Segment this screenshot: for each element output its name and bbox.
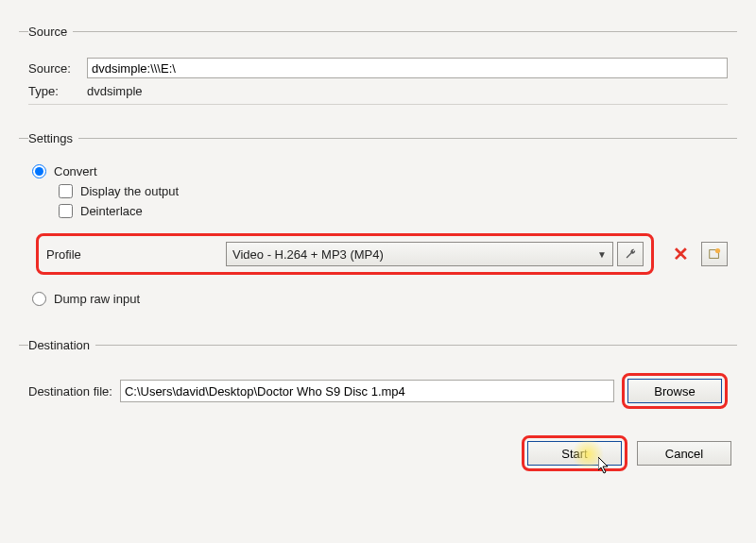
- source-input[interactable]: [87, 58, 728, 78]
- type-value: dvdsimple: [87, 84, 143, 98]
- new-profile-icon: [708, 247, 721, 261]
- profile-label: Profile: [46, 247, 226, 262]
- settings-legend: Settings: [28, 131, 78, 145]
- profile-combobox[interactable]: Video - H.264 + MP3 (MP4) ▼: [226, 242, 613, 266]
- chevron-down-icon: ▼: [597, 249, 607, 260]
- destination-row: Destination file: Browse: [28, 373, 728, 409]
- convert-radio-row: Convert: [32, 164, 728, 178]
- deinterlace-checkbox[interactable]: [59, 204, 73, 218]
- settings-group: Settings Convert Display the output Dein…: [19, 131, 737, 321]
- profile-new-button[interactable]: [701, 242, 728, 266]
- display-output-label: Display the output: [80, 184, 179, 198]
- source-row: Source:: [28, 58, 728, 78]
- close-icon: ✕: [673, 243, 689, 265]
- dump-raw-radio[interactable]: [32, 292, 46, 306]
- convert-options: Display the output Deinterlace: [55, 184, 728, 218]
- wrench-icon: [624, 247, 637, 261]
- browse-highlight: Browse: [622, 373, 728, 409]
- dialog-button-bar: Start Cancel: [19, 435, 737, 471]
- divider: [28, 104, 728, 105]
- start-button[interactable]: Start: [527, 441, 622, 466]
- destination-input[interactable]: [120, 380, 614, 402]
- deinterlace-row: Deinterlace: [59, 204, 728, 218]
- start-highlight: Start: [522, 435, 627, 471]
- source-label: Source:: [28, 61, 87, 76]
- display-output-row: Display the output: [59, 184, 728, 198]
- source-legend: Source: [28, 25, 73, 39]
- browse-button[interactable]: Browse: [627, 379, 722, 403]
- profile-highlight: Profile Video - H.264 + MP3 (MP4) ▼: [36, 233, 654, 275]
- type-label: Type:: [28, 84, 87, 98]
- deinterlace-label: Deinterlace: [80, 204, 143, 218]
- profile-delete-button[interactable]: ✕: [667, 242, 694, 266]
- profile-row: Profile Video - H.264 + MP3 (MP4) ▼ ✕: [36, 233, 728, 275]
- dump-raw-row: Dump raw input: [32, 292, 728, 306]
- type-row: Type: dvdsimple: [28, 84, 728, 98]
- destination-legend: Destination: [28, 338, 95, 352]
- dump-raw-label: Dump raw input: [54, 292, 140, 306]
- convert-radio-label: Convert: [54, 164, 97, 178]
- svg-point-1: [715, 248, 720, 253]
- profile-edit-button[interactable]: [617, 242, 644, 266]
- profile-selected-text: Video - H.264 + MP3 (MP4): [232, 247, 384, 262]
- cancel-button[interactable]: Cancel: [637, 441, 731, 466]
- convert-radio[interactable]: [32, 164, 46, 178]
- source-group: Source Source: Type: dvdsimple: [19, 25, 737, 114]
- destination-label: Destination file:: [28, 384, 112, 399]
- display-output-checkbox[interactable]: [59, 184, 73, 198]
- convert-dialog: Source Source: Type: dvdsimple Settings …: [0, 0, 756, 481]
- destination-group: Destination Destination file: Browse: [19, 338, 737, 418]
